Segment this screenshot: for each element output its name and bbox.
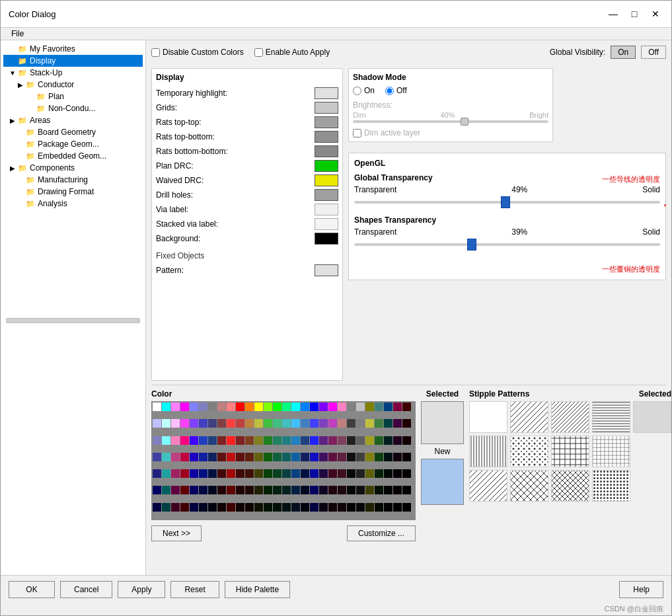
color-palette-cell[interactable]: [310, 436, 318, 445]
color-palette-cell[interactable]: [338, 403, 346, 411]
color-palette-cell[interactable]: [328, 469, 337, 478]
color-palette-cell[interactable]: [190, 403, 198, 411]
visibility-off-button[interactable]: Off: [641, 46, 666, 59]
color-palette-cell[interactable]: [384, 469, 392, 478]
global-trans-slider-thumb[interactable]: [501, 196, 510, 208]
stipple-selected-swatch[interactable]: [633, 401, 671, 433]
color-palette-cell[interactable]: [208, 453, 217, 461]
enable-auto-checkbox[interactable]: [254, 48, 263, 57]
color-swatch-plan-drc[interactable]: [315, 160, 338, 172]
color-palette-cell[interactable]: [319, 403, 328, 411]
color-palette-cell[interactable]: [282, 503, 291, 512]
color-palette-cell[interactable]: [375, 469, 383, 478]
color-palette-cell[interactable]: [282, 469, 291, 478]
stipple-pattern-diagonal2[interactable]: [551, 401, 589, 433]
color-palette-cell[interactable]: [190, 469, 198, 478]
color-palette-cell[interactable]: [338, 419, 346, 428]
color-palette-cell[interactable]: [153, 453, 161, 461]
color-palette-cell[interactable]: [254, 453, 263, 461]
sidebar-item-favorites[interactable]: 📁 My Favorites: [3, 43, 143, 55]
sidebar-item-components[interactable]: ▶ 📁 Components: [3, 162, 143, 174]
color-palette-cell[interactable]: [328, 503, 337, 512]
color-palette-cell[interactable]: [347, 403, 355, 411]
color-palette-cell[interactable]: [208, 419, 217, 428]
color-swatch-rats-top-bottom[interactable]: [315, 131, 338, 143]
color-palette-cell[interactable]: [236, 503, 244, 512]
color-palette-cell[interactable]: [190, 453, 198, 461]
color-palette-cell[interactable]: [393, 469, 402, 478]
color-palette-cell[interactable]: [153, 486, 161, 494]
color-palette-cell[interactable]: [347, 436, 355, 445]
hide-palette-button[interactable]: Hide Palette: [225, 581, 290, 598]
color-palette-cell[interactable]: [162, 503, 170, 512]
sidebar-item-board-geometry[interactable]: 📁 Board Geometry: [3, 126, 143, 138]
color-palette-cell[interactable]: [236, 469, 244, 478]
color-palette-cell[interactable]: [328, 403, 337, 411]
color-palette-cell[interactable]: [365, 403, 374, 411]
color-palette-cell[interactable]: [236, 486, 244, 494]
color-palette-cell[interactable]: [273, 469, 281, 478]
enable-auto-label[interactable]: Enable Auto Apply: [254, 48, 330, 57]
color-palette-cell[interactable]: [273, 436, 281, 445]
sidebar-item-analysis[interactable]: 📁 Analysis: [3, 198, 143, 210]
color-palette-cell[interactable]: [199, 486, 207, 494]
color-palette-cell[interactable]: [227, 419, 235, 428]
color-palette-cell[interactable]: [291, 436, 300, 445]
color-palette-cell[interactable]: [384, 419, 392, 428]
color-palette-cell[interactable]: [328, 419, 337, 428]
color-palette-cell[interactable]: [217, 503, 226, 512]
color-palette-cell[interactable]: [282, 486, 291, 494]
color-palette-cell[interactable]: [171, 419, 180, 428]
color-palette-cell[interactable]: [310, 403, 318, 411]
color-palette-cell[interactable]: [264, 503, 272, 512]
color-palette-cell[interactable]: [199, 469, 207, 478]
color-palette-cell[interactable]: [338, 486, 346, 494]
color-palette-cell[interactable]: [328, 436, 337, 445]
color-palette-cell[interactable]: [338, 469, 346, 478]
color-palette-cell[interactable]: [162, 419, 170, 428]
color-palette-cell[interactable]: [338, 503, 346, 512]
color-palette-cell[interactable]: [347, 503, 355, 512]
color-palette-cell[interactable]: [347, 453, 355, 461]
color-palette-cell[interactable]: [301, 403, 309, 411]
color-palette-cell[interactable]: [291, 503, 300, 512]
color-palette-cell[interactable]: [190, 503, 198, 512]
new-color-swatch[interactable]: [421, 459, 464, 505]
color-swatch-rats-top-top[interactable]: [315, 116, 338, 128]
stipple-pattern-diamond[interactable]: [510, 470, 548, 502]
color-palette-cell[interactable]: [384, 453, 392, 461]
color-palette-cell[interactable]: [402, 486, 411, 494]
color-palette-cell[interactable]: [199, 503, 207, 512]
color-palette-cell[interactable]: [356, 419, 365, 428]
color-palette-cell[interactable]: [217, 403, 226, 411]
color-palette-cell[interactable]: [319, 469, 328, 478]
color-palette-cell[interactable]: [180, 469, 189, 478]
color-palette-cell[interactable]: [227, 403, 235, 411]
color-palette-cell[interactable]: [171, 469, 180, 478]
color-palette-cell[interactable]: [402, 469, 411, 478]
color-palette-cell[interactable]: [236, 436, 244, 445]
color-palette-cell[interactable]: [208, 486, 217, 494]
color-palette-cell[interactable]: [402, 436, 411, 445]
color-swatch-drill-holes[interactable]: [315, 189, 338, 201]
color-palette-cell[interactable]: [227, 469, 235, 478]
color-palette-cell[interactable]: [301, 419, 309, 428]
color-palette-cell[interactable]: [208, 436, 217, 445]
color-palette-cell[interactable]: [227, 436, 235, 445]
sidebar-item-package-geom[interactable]: 📁 Package Geom...: [3, 138, 143, 150]
color-palette-cell[interactable]: [310, 469, 318, 478]
color-palette-cell[interactable]: [190, 419, 198, 428]
sidebar-item-display[interactable]: 📁 Display: [3, 55, 143, 67]
color-palette-cell[interactable]: [310, 453, 318, 461]
color-palette-cell[interactable]: [282, 403, 291, 411]
disable-custom-label[interactable]: Disable Custom Colors: [151, 48, 244, 57]
help-button[interactable]: Help: [619, 581, 663, 598]
color-palette-cell[interactable]: [264, 453, 272, 461]
color-palette-cell[interactable]: [393, 419, 402, 428]
color-palette-cell[interactable]: [245, 469, 254, 478]
color-palette-cell[interactable]: [338, 436, 346, 445]
color-palette-cell[interactable]: [227, 453, 235, 461]
color-palette-cell[interactable]: [199, 403, 207, 411]
color-palette-cell[interactable]: [291, 453, 300, 461]
color-palette-cell[interactable]: [384, 486, 392, 494]
